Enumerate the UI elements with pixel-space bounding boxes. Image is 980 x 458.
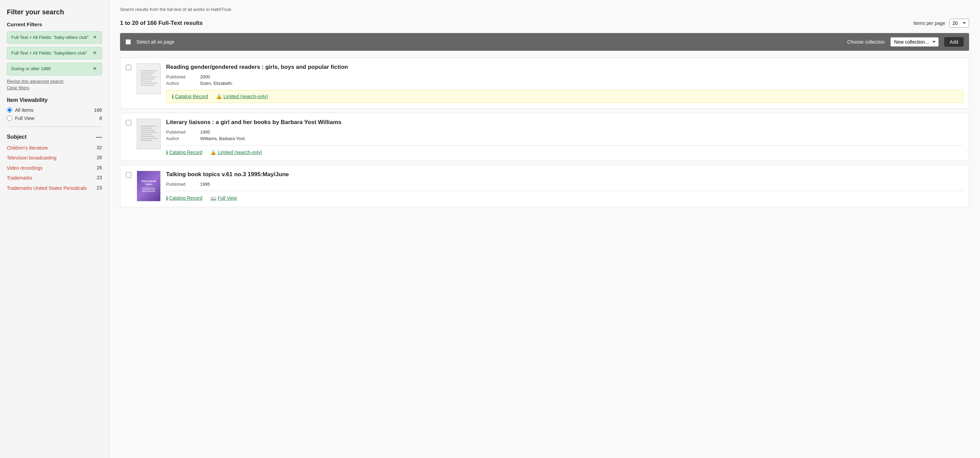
info-circle-icon: ℹ [166,150,168,155]
subject-count-2: 26 [97,165,102,170]
result-0-meta: Published 2000 Author Dutro, Elizabeth. [166,74,963,86]
filter-chip-3-text: During or after 1986 [11,66,89,72]
result-0-author-label: Author [166,81,200,86]
viewability-full-view-count: 8 [99,116,102,121]
result-2-title: Talking book topics v.61 no.3 1995:May/J… [166,171,963,178]
result-0-checkbox[interactable] [126,65,131,70]
viewability-section-header: Item Viewability [7,97,102,103]
viewability-all-items-label: All Items [15,107,33,113]
viewability-options: All Items 166 Full View 8 [7,107,102,121]
subject-item-1: Television broadcasting 28 [7,155,102,162]
result-1-meta: Published 1995 Author Williams, Barbara … [166,130,963,141]
result-1-published-value: 1995 [200,130,963,135]
result-item-2: Talking Book Topics Talking book topics … [120,165,969,207]
result-1-divider [166,145,963,146]
filter-chip-2: Full-Text + All Fields: "babysitters clu… [7,47,102,59]
filter-chip-1-close[interactable]: ✕ [92,35,97,40]
subject-item-4: Trademarks United States Periodicals 23 [7,185,102,192]
subject-count-0: 32 [97,145,102,150]
result-1-content: Literary liaisons : a girl and her books… [166,119,963,155]
result-0-published-label: Published [166,74,200,79]
result-0-thumbnail [137,63,161,94]
result-0-title: Reading gender/gendered readers : girls,… [166,63,963,71]
collection-bar: Select all on page Choose collection New… [120,33,969,51]
result-0-catalog-link[interactable]: ℹ Catalog Record [172,94,208,99]
subject-count-3: 23 [97,175,102,180]
per-page-select[interactable]: 20 50 100 [949,19,969,28]
viewability-all-items-radio[interactable] [7,107,12,113]
filter-chip-2-close[interactable]: ✕ [92,50,97,55]
result-2-content: Talking book topics v.61 no.3 1995:May/J… [166,171,963,201]
subject-item-2: Video recordings 26 [7,165,102,172]
result-1-author-value: Williams, Barbara Yost. [200,136,963,141]
subject-section-header: Subject — [7,133,102,141]
result-1-published-label: Published [166,130,200,135]
viewability-label: Item Viewability [7,97,48,103]
result-1-catalog-link[interactable]: ℹ Catalog Record [166,150,202,155]
select-all-label: Select all on page [137,39,842,44]
result-0-content: Reading gender/gendered readers : girls,… [166,63,963,103]
book-icon: 📖 [210,195,216,201]
add-to-collection-button[interactable]: Add [944,37,964,47]
result-2-thumb-text: Talking Book Topics [138,179,159,186]
result-0-author-value: Dutro, Elizabeth. [200,81,963,86]
lock-icon: 🔒 [210,150,216,155]
result-1-limited-link[interactable]: 🔒 Limited (search-only) [210,150,262,155]
filter-chip-3-close[interactable]: ✕ [92,66,97,71]
filter-chip-3: During or after 1986 ✕ [7,63,102,75]
results-header: 1 to 20 of 166 Full-Text results Items p… [120,19,969,28]
choose-collection-label: Choose collection [847,39,885,44]
subject-label: Subject [7,134,27,140]
clear-filters-link[interactable]: Clear filters [7,85,102,90]
per-page-control: Items per page 20 50 100 [913,19,969,28]
viewability-all-items-row: All Items 166 [7,107,102,113]
info-circle-icon: ℹ [166,195,168,201]
subject-count-4: 23 [97,185,102,190]
select-all-checkbox[interactable] [126,39,131,44]
results-count: 1 to 20 of 166 Full-Text results [120,20,202,27]
subject-count-1: 28 [97,155,102,160]
result-0-limited-link[interactable]: 🔒 Limited (search-only) [216,94,268,99]
info-circle-icon: ℹ [172,94,173,99]
result-1-checkbox[interactable] [126,120,131,125]
viewability-full-view-radio[interactable] [7,116,12,121]
result-item-0: Reading gender/gendered readers : girls,… [120,58,969,109]
result-2-catalog-link[interactable]: ℹ Catalog Record [166,195,202,201]
result-1-links: ℹ Catalog Record 🔒 Limited (search-only) [166,150,963,155]
subject-collapse-icon[interactable]: — [96,133,102,141]
subject-link-2[interactable]: Video recordings [7,165,94,172]
lock-icon: 🔒 [216,94,222,99]
result-1-thumbnail [137,119,161,149]
subject-item-0: Children's literature 32 [7,145,102,152]
result-2-meta: Published 1995 [166,182,963,187]
main-content: Search results from the full-text of all… [109,0,980,458]
viewability-full-view-label: Full View [15,116,35,121]
filter-chip-1-text: Full-Text + All Fields: "baby-sitters cl… [11,35,89,41]
subject-item-3: Trademarks 23 [7,175,102,182]
result-0-links: ℹ Catalog Record 🔒 Limited (search-only) [166,90,963,103]
sidebar-title: Filter your search [7,8,102,16]
result-2-thumbnail: Talking Book Topics [137,171,161,201]
viewability-all-items-count: 166 [94,107,102,113]
filter-chip-1: Full-Text + All Fields: "baby-sitters cl… [7,31,102,44]
result-2-links: ℹ Catalog Record 📖 Full View [166,195,963,201]
per-page-label: Items per page [913,21,945,26]
subject-link-4[interactable]: Trademarks United States Periodicals [7,185,94,192]
subject-link-1[interactable]: Television broadcasting [7,155,94,162]
result-2-published-value: 1995 [200,182,963,187]
collection-dropdown[interactable]: New collection... [890,37,939,47]
subject-link-0[interactable]: Children's literature [7,145,94,152]
result-2-fullview-link[interactable]: 📖 Full View [210,195,237,201]
result-2-divider [166,191,963,191]
result-1-title: Literary liaisons : a girl and her books… [166,119,963,126]
subject-divider [7,127,102,127]
current-filters-label: Current Filters [7,21,102,27]
viewability-full-view-row: Full View 8 [7,116,102,121]
search-info: Search results from the full-text of all… [120,7,969,12]
result-0-published-value: 2000 [200,74,963,79]
result-2-published-label: Published [166,182,200,187]
revise-search-link[interactable]: Revise this advanced search [7,79,102,84]
subject-link-3[interactable]: Trademarks [7,175,94,182]
result-2-checkbox[interactable] [126,172,131,177]
subject-list: Children's literature 32 Television broa… [7,145,102,192]
